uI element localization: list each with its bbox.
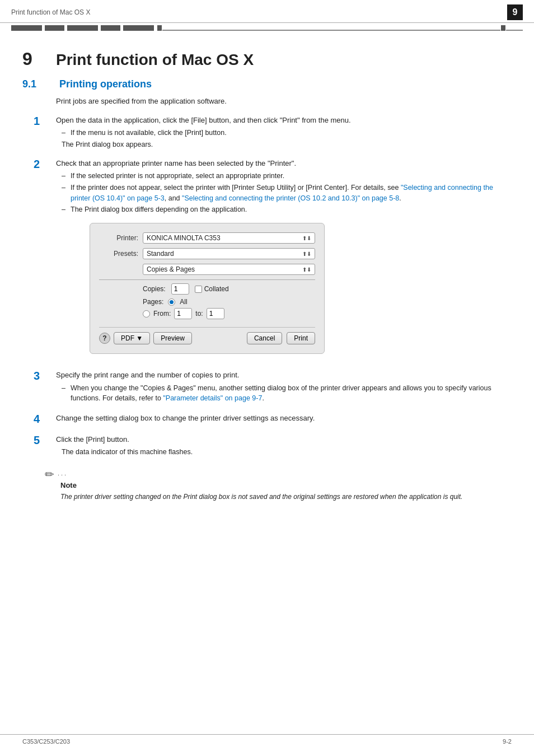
tab-decoration <box>0 23 534 31</box>
step-4: 4 Change the setting dialog box to chang… <box>34 413 512 426</box>
dialog-preview-button[interactable]: Preview <box>153 332 192 344</box>
step-3-sub-1: – When you change the "Copies & Pages" m… <box>62 383 512 404</box>
presets-dropdown-arrow: ⬆⬇ <box>302 251 311 257</box>
dialog-right-buttons: Cancel Print <box>247 332 315 344</box>
step-4-content: Change the setting dialog box to change … <box>56 413 512 426</box>
tab-block <box>123 25 154 31</box>
dialog-collated-label: Collated <box>195 285 229 293</box>
print-dialog: Printer: KONICA MINOLTA C353 ⬆⬇ Presets:… <box>90 223 325 354</box>
step-1-sub-1: – If the menu is not available, click th… <box>62 128 512 138</box>
dialog-presets-value: Standard <box>147 250 174 258</box>
dialog-pages-from-row: From: to: <box>143 308 315 319</box>
dialog-from-label: From: <box>153 310 171 318</box>
dialog-pages-row: Copies & Pages ⬆⬇ <box>99 264 315 275</box>
step-4-main: Change the setting dialog box to change … <box>56 413 512 424</box>
step-2-sub-3: – The Print dialog box differs depending… <box>62 204 512 215</box>
step-3: 3 Specify the print range and the number… <box>34 370 512 405</box>
tab-block <box>67 25 98 31</box>
dialog-printer-value: KONICA MINOLTA C353 <box>147 234 221 242</box>
step-5: 5 Click the [Print] button. The data ind… <box>34 434 512 458</box>
tab-block <box>11 25 42 31</box>
footer-model: C353/C253/C203 <box>22 738 70 745</box>
dialog-divider <box>99 279 315 280</box>
dialog-printer-row: Printer: KONICA MINOLTA C353 ⬆⬇ <box>99 232 315 244</box>
dialog-copies-row: Copies: Collated <box>143 283 315 295</box>
page-footer: C353/C253/C203 9-2 <box>0 734 534 745</box>
dialog-to-input[interactable] <box>207 308 224 319</box>
dialog-print-button[interactable]: Print <box>287 332 315 344</box>
dialog-presets-row: Presets: Standard ⬆⬇ <box>99 248 315 259</box>
dialog-copies-label: Copies: <box>143 285 166 293</box>
intro-text: Print jobs are specified from the applic… <box>56 96 512 107</box>
step-1-note: The Print dialog box appears. <box>62 139 512 150</box>
step-2-content: Check that an appropriate printer name h… <box>56 158 512 362</box>
dialog-pages-value: Copies & Pages <box>147 265 195 273</box>
step-4-number: 4 <box>34 413 47 426</box>
note-text: The printer driver setting changed on th… <box>60 492 512 502</box>
step-2-main: Check that an appropriate printer name h… <box>56 158 512 169</box>
dialog-buttons-row: ? PDF ▼ Preview Cancel <box>99 327 315 344</box>
tab-separator <box>506 30 523 31</box>
dialog-copies-input[interactable] <box>171 283 189 295</box>
step-3-main: Specify the print range and the number o… <box>56 370 512 381</box>
note-body: Note The printer driver setting changed … <box>60 481 512 502</box>
chapter-title: Print function of Mac OS X <box>56 51 254 69</box>
main-content: 9 Print function of Mac OS X 9.1 Printin… <box>0 32 534 524</box>
tab-block <box>101 25 120 31</box>
page-number: 9 <box>507 4 523 20</box>
note-container: ✏ ... Note The printer driver setting ch… <box>45 466 512 502</box>
dialog-to-label: to: <box>195 310 203 318</box>
section-number: 9.1 <box>22 78 50 90</box>
pages-dropdown-arrow: ⬆⬇ <box>302 267 311 273</box>
page-header: Print function of Mac OS X 9 <box>0 0 534 23</box>
printer-dropdown-arrow: ⬆⬇ <box>302 235 311 241</box>
step-3-content: Specify the print range and the number o… <box>56 370 512 405</box>
footer-page: 9-2 <box>503 738 512 745</box>
note-icon-row: ✏ ... <box>45 466 512 481</box>
note-header: Note <box>60 481 512 489</box>
dialog-collated-checkbox[interactable] <box>195 286 202 293</box>
step-5-content: Click the [Print] button. The data indic… <box>56 434 512 458</box>
step-1-content: Open the data in the application, click … <box>56 115 512 150</box>
link-2[interactable]: "Selecting and connecting the printer (O… <box>182 194 399 202</box>
step-1: 1 Open the data in the application, clic… <box>34 115 512 150</box>
step-5-main: Click the [Print] button. <box>56 434 512 445</box>
tab-block <box>501 25 505 31</box>
step-3-number: 3 <box>34 370 47 405</box>
dialog-pages-all-radio[interactable] <box>168 298 175 306</box>
step-2-number: 2 <box>34 158 47 362</box>
dialog-left-buttons: ? PDF ▼ Preview <box>99 332 192 344</box>
tab-separator <box>162 30 500 31</box>
step-2-sub-2: – If the printer does not appear, select… <box>62 183 512 204</box>
dialog-printer-label: Printer: <box>99 234 138 242</box>
step-1-number: 1 <box>34 115 47 150</box>
chapter-number: 9 <box>22 49 45 69</box>
dialog-pages-all-row: Pages: All <box>143 298 315 306</box>
dialog-pages-all-text: All <box>180 298 187 306</box>
step-5-number: 5 <box>34 434 47 458</box>
tab-block <box>45 25 64 31</box>
note-pencil-icon: ✏ <box>45 468 54 481</box>
dialog-pages-label: Pages: <box>143 298 163 306</box>
dialog-presets-label: Presets: <box>99 250 138 258</box>
step-2: 2 Check that an appropriate printer name… <box>34 158 512 362</box>
dialog-printer-select[interactable]: KONICA MINOLTA C353 ⬆⬇ <box>143 232 315 244</box>
dialog-pages-range-radio[interactable] <box>143 310 150 318</box>
section-heading: 9.1 Printing operations <box>22 78 512 90</box>
dialog-pages-select[interactable]: Copies & Pages ⬆⬇ <box>143 264 315 275</box>
section-title: Printing operations <box>59 78 152 90</box>
dialog-from-input[interactable] <box>174 308 192 319</box>
header-title: Print function of Mac OS X <box>11 8 90 16</box>
tab-block <box>157 25 162 31</box>
dialog-presets-select[interactable]: Standard ⬆⬇ <box>143 248 315 259</box>
dialog-pdf-button[interactable]: PDF ▼ <box>114 332 150 344</box>
note-dots: ... <box>58 470 68 477</box>
chapter-heading: 9 Print function of Mac OS X <box>22 49 512 69</box>
step-5-note: The data indicator of this machine flash… <box>62 447 512 458</box>
dialog-help-button[interactable]: ? <box>99 333 110 344</box>
link-3[interactable]: "Parameter details" on page 9-7 <box>163 394 262 402</box>
step-1-main: Open the data in the application, click … <box>56 115 512 126</box>
dialog-cancel-button[interactable]: Cancel <box>247 332 282 344</box>
step-2-sub-1: – If the selected printer is not appropr… <box>62 171 512 181</box>
